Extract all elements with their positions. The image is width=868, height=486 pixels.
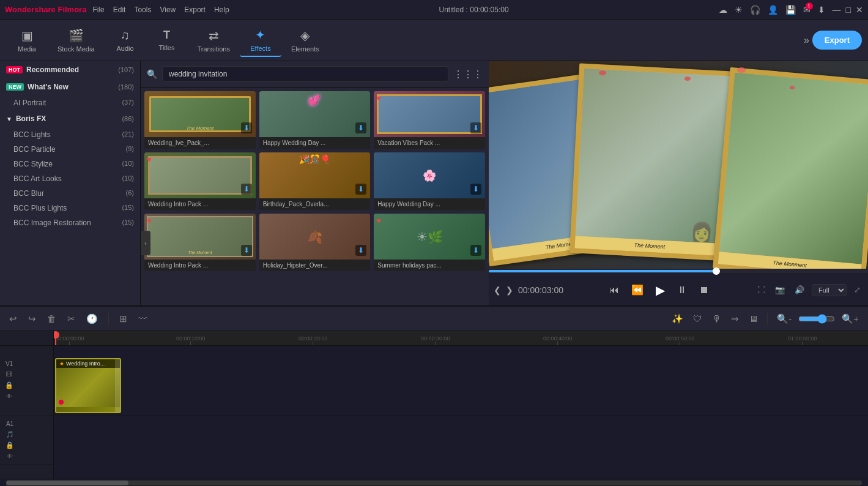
in-point-bracket[interactable]: ❮ bbox=[494, 285, 501, 295]
timeline-scrollbar[interactable] bbox=[0, 479, 868, 486]
menu-help[interactable]: Help bbox=[214, 6, 229, 14]
bcc-plus-lights-label: BCC Plus Lights bbox=[13, 204, 67, 212]
app-logo: Wondershare Filmora bbox=[5, 5, 86, 14]
effect-card-3[interactable]: ♥ ⬇ Vacation Vibes Pack ... bbox=[374, 91, 485, 149]
mail-icon[interactable]: ✉1 bbox=[803, 5, 811, 15]
sidebar-item-boris-fx[interactable]: ▼ Boris FX (86) bbox=[0, 110, 140, 127]
delete-button[interactable]: 🗑 bbox=[44, 312, 59, 326]
menu-tools[interactable]: Tools bbox=[134, 6, 151, 14]
out-point-bracket[interactable]: ❯ bbox=[506, 285, 513, 295]
tool-stock-media[interactable]: 🎬 Stock Media bbox=[48, 24, 105, 56]
fullscreen-icon[interactable]: ⤢ bbox=[851, 284, 863, 296]
timeline-tracks[interactable]: 00:00:00:00 00:00:10:00 00:00:20:00 00:0… bbox=[54, 331, 868, 479]
sidebar-item-bcc-stylize[interactable]: BCC Stylize (10) bbox=[0, 157, 140, 171]
shield-button[interactable]: 🛡 bbox=[690, 312, 705, 326]
effect-card-7[interactable]: The Moment ♥ ⬇ Wedding Intro Pack ... bbox=[144, 214, 256, 271]
mic-button[interactable]: 🎙 bbox=[709, 312, 724, 326]
save-icon[interactable]: 💾 bbox=[785, 5, 796, 15]
person-icon[interactable]: 👤 bbox=[768, 5, 778, 15]
menu-view[interactable]: View bbox=[160, 6, 176, 14]
fit-screen-icon[interactable]: ⛶ bbox=[755, 284, 768, 296]
effect-card-6[interactable]: 🌸 ⬇ Happy Wedding Day ... bbox=[374, 152, 485, 210]
tool-elements[interactable]: ◈ Elements bbox=[281, 24, 329, 56]
audio-lock-icon[interactable]: 🔒 bbox=[6, 441, 14, 449]
effect-label-1: Wedding_Ive_Pack_... bbox=[144, 137, 256, 149]
cloud-icon[interactable]: ☁ bbox=[719, 5, 727, 15]
timeline-body: V1 🎞 🔒 👁 A1 🎵 🔒 👁 bbox=[0, 331, 868, 479]
volume-icon[interactable]: 🔊 bbox=[792, 284, 807, 296]
zoom-out-button[interactable]: 🔍- bbox=[774, 312, 795, 326]
tool-media[interactable]: ▣ Media bbox=[6, 24, 48, 56]
menu-export[interactable]: Export bbox=[184, 6, 206, 14]
sidebar-item-bcc-lights[interactable]: BCC Lights (21) bbox=[0, 127, 140, 142]
effect-card-2[interactable]: 💕 ⬇ Happy Wedding Day ... bbox=[259, 91, 371, 149]
sidebar-collapse-button[interactable]: ‹ bbox=[141, 231, 150, 255]
sidebar-item-bcc-art-looks[interactable]: BCC Art Looks (10) bbox=[0, 171, 140, 186]
sidebar-item-recommended[interactable]: HOT Recommended (107) bbox=[0, 61, 140, 78]
close-btn[interactable]: ✕ bbox=[856, 5, 863, 15]
monitor-button[interactable]: 🖥 bbox=[746, 312, 761, 326]
grid-options-icon[interactable]: ⋮⋮⋮ bbox=[453, 69, 483, 80]
redo-button[interactable]: ↪ bbox=[25, 312, 39, 326]
audio-track-lane[interactable] bbox=[54, 416, 868, 465]
headphones-icon[interactable]: 🎧 bbox=[750, 5, 760, 15]
screenshot-icon[interactable]: 📷 bbox=[773, 284, 787, 296]
effect-card-5[interactable]: 🎉🎊🎈 ⬇ Birthday_Pack_Overla... bbox=[259, 152, 371, 210]
cut-button[interactable]: ✂ bbox=[64, 312, 78, 326]
toolbar-more-icon[interactable]: » bbox=[801, 35, 812, 46]
arrow-right-button[interactable]: ⇒ bbox=[728, 312, 742, 326]
magic-button[interactable]: ✨ bbox=[669, 312, 686, 326]
tool-effects[interactable]: ✦ Effects bbox=[240, 24, 281, 57]
rewind-button[interactable]: ⏮ bbox=[606, 282, 623, 298]
sidebar-item-ai-portrait[interactable]: AI Portrait (37) bbox=[0, 95, 140, 110]
video-progress-thumb[interactable] bbox=[713, 267, 720, 275]
zoom-select[interactable]: Full 75% 50% bbox=[812, 284, 847, 296]
scrollbar-thumb[interactable] bbox=[6, 480, 128, 485]
download-icon[interactable]: ⬇ bbox=[818, 5, 825, 15]
audio-track-eye-icon[interactable]: 👁 bbox=[6, 452, 14, 461]
history-button[interactable]: 🕐 bbox=[83, 312, 101, 326]
search-input[interactable] bbox=[162, 66, 448, 82]
menu-file[interactable]: File bbox=[92, 6, 104, 14]
video-clip-1[interactable]: ★ Wedding Intro... bbox=[55, 358, 121, 413]
clip-end-handle[interactable] bbox=[115, 359, 120, 412]
video-lock-icon[interactable]: 🔒 bbox=[5, 381, 13, 389]
sidebar-recommended-label: Recommended bbox=[26, 65, 79, 74]
effect-card-4[interactable]: ♥ ⬇ Wedding Intro Pack ... bbox=[144, 152, 256, 210]
effect-card-9[interactable]: ☀🌿 ♥ ⬇ Summer holidays pac... bbox=[374, 214, 485, 271]
export-button[interactable]: Export bbox=[812, 31, 862, 50]
bcc-plus-lights-count: (15) bbox=[122, 204, 134, 212]
tool-stock-media-label: Stock Media bbox=[57, 45, 95, 53]
tool-transitions[interactable]: ⇄ Transitions bbox=[188, 24, 240, 56]
menu-edit[interactable]: Edit bbox=[113, 6, 126, 14]
wave-button[interactable]: 〰 bbox=[135, 312, 150, 326]
sidebar-item-bcc-particle[interactable]: BCC Particle (9) bbox=[0, 142, 140, 157]
stop-button[interactable]: ⏹ bbox=[696, 282, 713, 298]
sidebar-item-whats-new[interactable]: NEW What's New (180) bbox=[0, 78, 140, 95]
tool-titles[interactable]: T Titles bbox=[146, 25, 188, 55]
pause-button[interactable]: ⏸ bbox=[673, 282, 691, 298]
color-match-button[interactable]: ⊞ bbox=[116, 312, 130, 326]
minimize-btn[interactable]: — bbox=[833, 5, 841, 15]
tool-audio[interactable]: ♫ Audio bbox=[105, 24, 146, 56]
effect-card-8[interactable]: 🍂 ⬇ Holiday_Hipster_Over... bbox=[259, 214, 371, 271]
search-icon: 🔍 bbox=[147, 69, 157, 79]
play-button[interactable]: ▶ bbox=[652, 280, 669, 300]
sidebar-item-bcc-image-restoration[interactable]: BCC Image Restoration (15) bbox=[0, 215, 140, 230]
bcc-particle-count: (9) bbox=[126, 145, 134, 154]
sidebar-item-bcc-plus-lights[interactable]: BCC Plus Lights (15) bbox=[0, 201, 140, 215]
video-track-eye-icon[interactable]: 👁 bbox=[5, 392, 13, 401]
sun-icon[interactable]: ☀ bbox=[735, 5, 743, 15]
zoom-in-button[interactable]: 🔍+ bbox=[839, 312, 862, 326]
audio-track-icon[interactable]: 🎵 bbox=[5, 430, 15, 439]
video-track-add-icon[interactable]: 🎞 bbox=[5, 370, 13, 379]
step-back-button[interactable]: ⏪ bbox=[628, 282, 647, 298]
video-track-lane[interactable]: ★ Wedding Intro... bbox=[54, 346, 868, 416]
video-progress-bar[interactable] bbox=[489, 269, 868, 274]
effect-card-1[interactable]: The Moment ⬇ Wedding_Ive_Pack_... bbox=[144, 91, 256, 149]
sidebar-item-bcc-blur[interactable]: BCC Blur (6) bbox=[0, 186, 140, 201]
maximize-btn[interactable]: □ bbox=[846, 5, 851, 15]
bcc-stylize-count: (10) bbox=[122, 160, 134, 168]
undo-button[interactable]: ↩ bbox=[6, 312, 20, 326]
zoom-slider[interactable] bbox=[798, 314, 835, 324]
